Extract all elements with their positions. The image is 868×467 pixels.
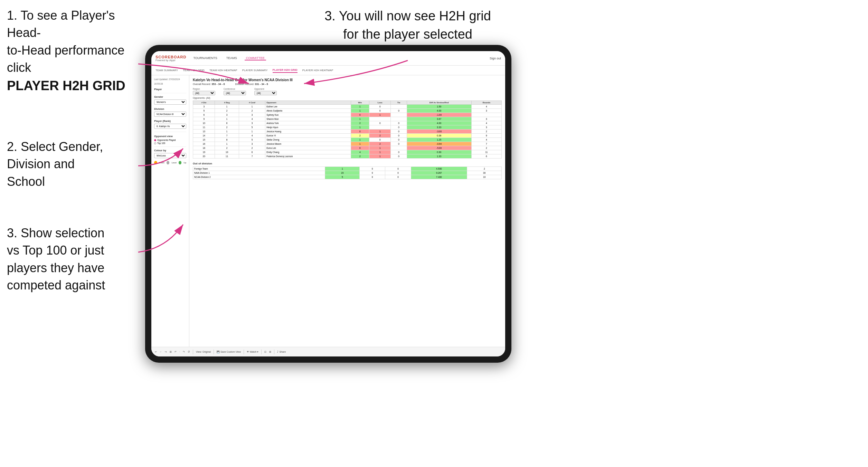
clock-btn[interactable]: ⏱ <box>188 351 190 353</box>
sub-team-h2h[interactable]: TEAM H2H GRID <box>183 68 205 73</box>
region-filter: Region (All) <box>193 88 215 95</box>
opponent-view: Opponent view Opponents Played Top 100 <box>154 135 186 144</box>
nav-tournaments[interactable]: TOURNAMENTS <box>192 56 218 60</box>
col-opponent: Opponent <box>265 101 351 105</box>
col-rounds: Rounds <box>471 101 501 105</box>
player-select[interactable]: 8. Katelyn Vo <box>154 124 186 129</box>
colour-select[interactable]: Win/Loss <box>154 153 186 158</box>
instruction-3-bottom: 3. Show selection vs Top 100 or just pla… <box>7 225 138 294</box>
sub-team-summary[interactable]: TEAM SUMMARY <box>155 68 178 73</box>
sub-nav: TEAM SUMMARY TEAM H2H GRID TEAM H2H HEAT… <box>151 66 505 75</box>
col-reg: # Reg <box>215 101 239 105</box>
table-row: 10 <box>193 121 215 125</box>
instruction-3-top: 3. You will now see H2H grid for the pla… <box>301 7 515 44</box>
sidebar: Last Updated: 27/03/2024 16:55:38 Player… <box>151 75 189 347</box>
colour-legend: Down Level Up <box>154 161 186 164</box>
sep5 <box>274 350 274 354</box>
grid-btn[interactable]: ⊞ <box>170 351 172 353</box>
list-item: NCAA Division 2 <box>193 175 325 179</box>
table-row: 15 <box>193 138 215 142</box>
layout-btn[interactable]: ⊡ <box>264 351 266 353</box>
player-rank-section: Player (Rank) 8. Katelyn Vo <box>154 120 186 129</box>
region-select[interactable]: (All) <box>193 91 215 95</box>
main-content: Last Updated: 27/03/2024 16:55:38 Player… <box>151 75 505 347</box>
save-custom-btn[interactable]: 💾 Save Custom View <box>217 351 241 353</box>
out-table: Foreign Team 1 0 0 4.500 2 NAIA Division… <box>193 166 502 179</box>
col-tie: Tie <box>391 101 407 105</box>
table-row: 9 <box>193 117 215 121</box>
undo-btn[interactable]: ↩ <box>155 351 157 353</box>
dot-btn[interactable]: · <box>179 351 180 353</box>
sub-player-heatmap[interactable]: PLAYER H2H HEATMAP <box>302 68 333 73</box>
opponent-filter: Opponent (All) <box>254 88 277 95</box>
table-row: 5 <box>193 109 215 113</box>
list-item: NAIA Division 1 <box>193 171 325 175</box>
division-select[interactable]: NCAA Division III <box>154 112 186 117</box>
col-diff: Diff Av Strokes/Rnd <box>407 101 471 105</box>
opponent-select[interactable]: (All) <box>254 91 277 95</box>
table-row: 6 <box>193 113 215 117</box>
player-section: Player Gender Women's <box>154 88 186 105</box>
table-row: 14 <box>193 134 215 138</box>
sub-player-h2h[interactable]: PLAYER H2H GRID <box>273 68 298 73</box>
col-div: # Div <box>193 101 215 105</box>
undo2-btn[interactable]: ↶ <box>174 351 177 353</box>
col-win: Win <box>351 101 369 105</box>
sep2 <box>214 350 214 354</box>
grid2-btn[interactable]: ⊞ <box>269 351 271 353</box>
list-item: Foreign Team <box>193 167 325 171</box>
table-row: 19 <box>193 150 215 154</box>
sep1 <box>193 350 193 354</box>
division-section: Division NCAA Division III <box>154 107 186 117</box>
sub-team-heatmap[interactable]: TEAM H2H HEATMAP <box>209 68 237 73</box>
sub-player-summary[interactable]: PLAYER SUMMARY <box>242 68 268 73</box>
colour-section: Colour by Win/Loss <box>154 149 186 158</box>
col-loss: Loss <box>369 101 390 105</box>
table-row: 3 <box>193 105 215 109</box>
tablet-device: SCOREBOARD Powered by clippd TOURNAMENTS… <box>145 45 511 363</box>
last-updated: Last Updated: 27/03/2024 16:55:38 <box>154 78 186 85</box>
conference-filter: Conference (All) <box>224 88 246 95</box>
sign-out[interactable]: Sign out <box>490 57 501 60</box>
instruction-1: 1. To see a Player's Head- to-Head perfo… <box>7 7 152 95</box>
table-row: 11 <box>193 125 215 130</box>
table-row: 20 <box>193 154 215 159</box>
gender-select[interactable]: Women's <box>154 99 186 105</box>
nav-teams[interactable]: TEAMS <box>225 56 238 60</box>
instruction-2: 2. Select Gender, Division and School <box>7 138 138 190</box>
sep4 <box>261 350 262 354</box>
h2h-table: # Div # Reg # Conf Opponent Win Loss Tie… <box>193 101 502 159</box>
data-panel: Katelyn Vo Head-to-Head Grid for Women's… <box>189 75 505 347</box>
out-of-division-label: Out of division <box>193 162 502 165</box>
radio-opponents-played[interactable]: Opponents Played <box>154 139 186 141</box>
nav-committee[interactable]: COMMITTEE <box>245 56 266 60</box>
radio-top100[interactable]: Top 100 <box>154 142 186 144</box>
tablet-screen: SCOREBOARD Powered by clippd TOURNAMENTS… <box>151 51 505 356</box>
table-row: 16 <box>193 142 215 146</box>
opponents-label: Opponents: (All) <box>193 97 502 99</box>
view-original-btn[interactable]: View: Original <box>196 351 211 353</box>
table-row: 13 <box>193 130 215 134</box>
back-btn[interactable]: ← <box>160 351 162 353</box>
panel-title: Katelyn Vo Head-to-Head Grid for Women's… <box>193 78 502 82</box>
conference-select[interactable]: (All) <box>224 91 246 95</box>
redo2-btn[interactable]: ↷ <box>183 351 185 353</box>
panel-records: Overall Record: 353 - 34 - 6 Division Re… <box>193 83 502 86</box>
col-conf: # Conf <box>239 101 265 105</box>
sep3 <box>244 350 244 354</box>
redo-btn[interactable]: ↪ <box>165 351 167 353</box>
table-row: 18 <box>193 146 215 150</box>
nav-links: TOURNAMENTS TEAMS COMMITTEE <box>192 56 490 60</box>
watch-btn[interactable]: 👁 Watch ▾ <box>247 351 258 353</box>
logo: SCOREBOARD Powered by clippd <box>155 55 186 62</box>
nav-bar: SCOREBOARD Powered by clippd TOURNAMENTS… <box>151 51 505 66</box>
share-btn[interactable]: ⤴ Share <box>277 351 286 353</box>
bottom-toolbar: ↩ ← ↪ ⊞ ↶ · ↷ ⏱ View: Original 💾 Save Cu… <box>151 347 505 356</box>
